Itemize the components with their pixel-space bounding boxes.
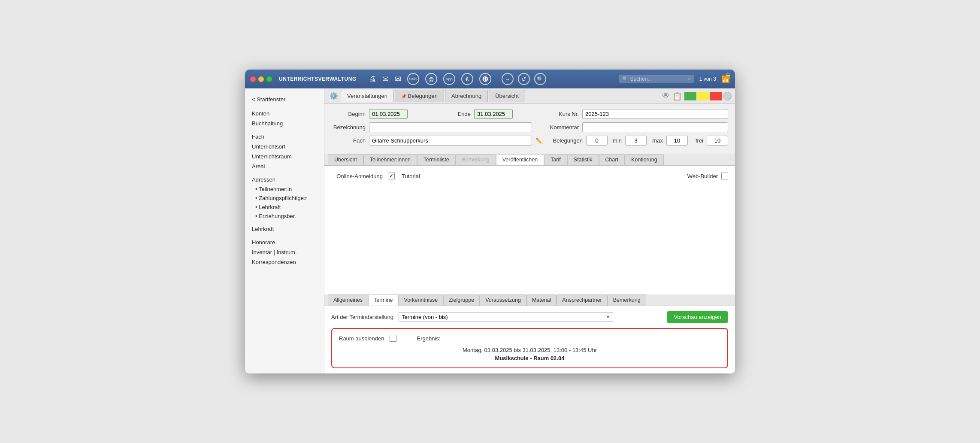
search-box[interactable]: 🔍 ≡ [619,75,694,83]
bottom-tab-allgemeines[interactable]: Allgemeines [328,294,368,306]
art-dropdown-value: Termine (von - bis) [402,314,606,320]
sub-tab-teilnehmer[interactable]: Teilnehmer:innen [363,154,417,165]
vorschau-button[interactable]: Vorschau anzeigen [667,311,728,323]
termine-content: Art der Termindarstellung Termine (von -… [324,306,735,373]
sub-tab-terminliste[interactable]: Terminliste [417,154,456,165]
sub-tab-tarif[interactable]: Tarif [544,154,567,165]
raum-ausblenden-checkbox[interactable] [390,335,396,342]
sidebar-item-buchhaltung[interactable]: Buchhaltung [245,118,324,128]
raum-ausblenden-label: Raum ausblenden [339,335,384,342]
euro-icon[interactable]: € [461,73,473,85]
frei-label: frei [691,137,703,144]
min-input[interactable] [625,136,647,146]
bottom-tab-termine[interactable]: Termine [368,294,398,306]
minimize-button[interactable] [258,76,264,82]
sidebar-item-teilnehmer[interactable]: • Teilnehmer:in [245,185,324,194]
form-row-fach: Fach ✏️ Belegungen min max frei [331,136,728,146]
sidebar-back-button[interactable]: < Startfenster [245,94,324,105]
color-green[interactable] [684,92,696,100]
online-anmeldung-checkbox[interactable]: ✓ [388,173,395,179]
mail2-icon[interactable]: ✉ [395,74,401,84]
lock-icon: 🔒 [724,72,732,79]
web-builder-area: Web-Builder [687,173,728,179]
tab-belegungen[interactable]: 📌 Belegungen [395,90,444,102]
color-red[interactable] [710,92,722,100]
sub-tab-veroeffentlichen[interactable]: Veröffentlichen [496,154,544,165]
sidebar-item-lehrkraft[interactable]: Lehrkraft [245,224,324,234]
sidebar-item-inventar[interactable]: Inventar | Instrum. [245,247,324,257]
sub-tab-kontierung[interactable]: Kontierung [625,154,663,165]
traffic-lights [250,76,272,82]
sidebar-item-korrespondenzen[interactable]: Korrespondenzen [245,257,324,267]
main-window: UNTERRICHTSVERWALTUNG 🖨 ✉ ✉ SMS @ App € … [245,70,735,373]
frei-input[interactable] [707,136,728,146]
sidebar-item-adressen: Adressen [245,175,324,185]
belegungen-input[interactable] [586,136,608,146]
sidebar-section: Konten Buchhaltung Fach Unterrichtsort U… [245,109,324,267]
max-input[interactable] [666,136,688,146]
online-anmeldung-label: Online-Anmeldung [331,173,383,179]
navigate-forward-icon[interactable]: → [502,73,514,85]
dropdown-arrow-icon: ▼ [606,315,610,319]
sidebar-item-honorare[interactable]: Honorare [245,237,324,247]
kommentar-input[interactable] [582,122,728,132]
sub-tab-statistik[interactable]: Statistik [567,154,599,165]
bottom-tab-bemerkung[interactable]: Bemerkung [608,294,646,306]
sidebar-item-unterrichtsraum[interactable]: Unterrichtsraum [245,152,324,161]
sidebar-item-unterrichtsort[interactable]: Unterrichtsort [245,142,324,152]
bottom-tab-voraussetzung[interactable]: Voraussetzung [480,294,526,306]
sms-icon[interactable]: SMS [407,73,419,85]
search-circle-icon[interactable]: 🔍 [534,73,546,85]
tab-veranstaltungen[interactable]: Veranstaltungen [341,90,394,102]
bezeichnung-input[interactable] [369,122,532,132]
record-counter: 1 von 3 [699,76,716,82]
ende-input[interactable] [474,109,513,119]
tab-abrechnung[interactable]: Abrechnung [445,90,488,102]
sidebar-item-erziehungsber[interactable]: • Erziehungsber. [245,212,324,221]
web-builder-checkbox[interactable] [721,173,728,179]
beginn-input[interactable] [369,109,408,119]
content-area: ⚙️ Veranstaltungen 📌 Belegungen Abrechnu… [324,88,735,373]
eye-icon[interactable]: 👁 [662,91,670,100]
titlebar-right: 🔍 ≡ 1 von 3 📶 [619,75,730,83]
kurs-nr-label: Kurs Nr. [559,111,579,117]
kurs-nr-input[interactable] [582,109,728,119]
raum-ausblenden-row: Raum ausblenden Ergebnis: [339,335,720,342]
color-yellow[interactable] [697,92,709,100]
at-icon[interactable]: @ [425,73,437,85]
sidebar-item-fach[interactable]: Fach [245,132,324,142]
sidebar-item-zahlungspflichtige[interactable]: • Zahlungspflichtige:r [245,194,324,203]
color-circle[interactable] [723,92,732,100]
gear-button[interactable]: ⚙️ [328,90,340,102]
plus-icon[interactable]: ⊕ [479,73,491,85]
sub-tab-chart[interactable]: Chart [599,154,625,165]
refresh-icon[interactable]: ↺ [518,73,530,85]
color-indicators [684,92,732,100]
kommentar-label: Kommentar [550,124,579,130]
mail-icon[interactable]: ✉ [382,74,389,84]
maximize-button[interactable] [266,76,272,82]
search-input[interactable] [630,76,686,82]
note-icon[interactable]: 📋 [672,91,682,101]
bezeichnung-label: Bezeichnung [331,124,366,130]
bottom-tab-ansprechpartner[interactable]: Ansprechpartner [557,294,607,306]
tab-belegungen-label: Belegungen [408,93,438,99]
tab-uebersicht[interactable]: Übersicht [489,90,525,102]
ende-label: Ende [454,111,471,117]
art-dropdown[interactable]: Termine (von - bis) ▼ [399,312,613,322]
app-title: UNTERRICHTSVERWALTUNG [279,76,357,82]
sub-tab-uebersicht[interactable]: Übersicht [328,154,363,165]
titlebar-icons: 🖨 ✉ ✉ SMS @ App € ⊕ [369,73,491,85]
fach-edit-icon[interactable]: ✏️ [535,137,543,144]
printer-icon[interactable]: 🖨 [369,75,376,84]
sidebar-item-areal[interactable]: Areal [245,161,324,171]
bottom-tab-zielgruppe[interactable]: Zielgruppe [443,294,480,306]
bottom-tab-vorkenntnisse[interactable]: Vorkenntnisse [399,294,444,306]
sidebar-item-konten[interactable]: Konten [245,109,324,118]
app-icon[interactable]: App [443,73,455,85]
form-row-bezeichnung: Bezeichnung Kommentar [331,122,728,132]
fach-input[interactable] [369,136,532,146]
close-button[interactable] [250,76,256,82]
sidebar-item-lehrkraft-addr[interactable]: • Lehrkraft [245,203,324,212]
bottom-tab-material[interactable]: Material [526,294,557,306]
